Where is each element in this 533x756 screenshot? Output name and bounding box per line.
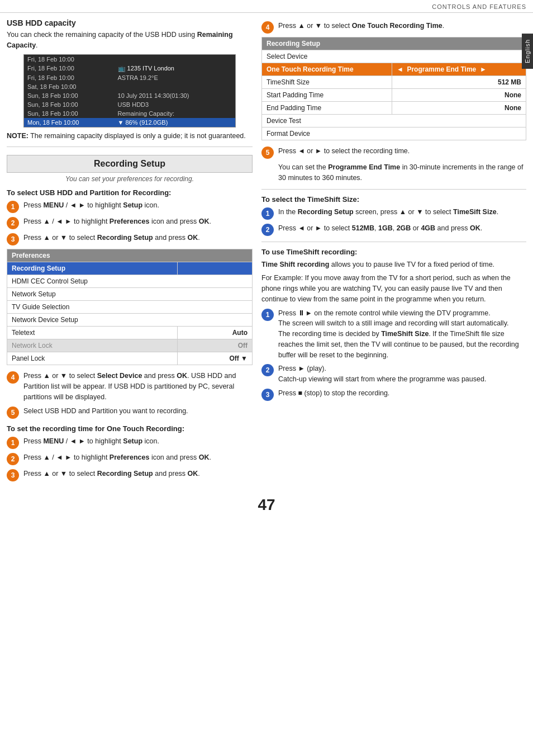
step-text-ts1: In the Recording Setup screen, press ▲ o… — [278, 207, 498, 218]
rec-devicetest: Device Test — [262, 115, 526, 127]
screenshot-row: Sun, 18 Feb 10:00 10 July 2011 14:30(01:… — [24, 91, 235, 100]
language-tab: English — [522, 34, 533, 69]
step-4-right: 4 Press ▲ or ▼ to select One Touch Recor… — [261, 21, 526, 34]
step-circle-2: 2 — [7, 217, 19, 229]
step-circle-tsu3: 3 — [261, 389, 274, 401]
rec-header-cell: Recording Setup — [262, 37, 526, 50]
step-circle-3: 3 — [7, 233, 19, 245]
usb-para: You can check the remaining capacity of … — [7, 30, 253, 51]
one-touch-heading: To set the recording time for One Touch … — [7, 424, 253, 433]
timeshift-size-section: To select the TimeShift Size: 1 In the R… — [261, 195, 526, 236]
pref-row-recording: Recording Setup — [7, 262, 253, 275]
screenshot-row-highlight: Mon, 18 Feb 10:00 ▼ 86% (912.0GB) — [24, 118, 235, 127]
usb-partition-heading: To select USB HDD and Partition for Reco… — [7, 188, 253, 197]
rec-select-device: Select Device — [262, 50, 526, 63]
rec-timeshift-label: TimeShift Size — [262, 76, 392, 89]
pref-row-panellock: Panel Lock Off ▼ — [7, 352, 253, 365]
rec-row-endpadding: End Padding Time None — [262, 102, 526, 115]
main-content: USB HDD capacity You can check the remai… — [0, 13, 533, 490]
page-number: 47 — [0, 490, 533, 519]
step-text-4-usb: Press ▲ or ▼ to select Select Device and… — [23, 371, 253, 402]
rec-row-startpadding: Start Padding Time None — [262, 89, 526, 102]
step-text-4-right: Press ▲ or ▼ to select One Touch Recordi… — [278, 21, 444, 31]
pref-recording-setup: Recording Setup — [7, 262, 178, 275]
step5-para: You can set the Programme End Time in 30… — [278, 162, 526, 183]
pref-row-netdevice: Network Device Setup — [7, 314, 253, 327]
right-column: 4 Press ▲ or ▼ to select One Touch Recor… — [261, 18, 526, 485]
step-circle-4-right: 4 — [261, 21, 274, 34]
step-text-ts2: Press ◄ or ► to select 512MB, 1GB, 2GB o… — [278, 223, 482, 234]
step-5-usb: 5 Select USB HDD and Partition you want … — [7, 406, 253, 419]
pref-row-network: Network Setup — [7, 288, 253, 301]
rec-row-devicetest: Device Test — [262, 115, 526, 127]
step-1-touch: 1 Press MENU / ◄ ► to highlight Setup ic… — [7, 436, 253, 449]
preferences-table: Preferences Recording Setup HDMI CEC Con… — [7, 249, 253, 365]
step-4-usb: 4 Press ▲ or ▼ to select Select Device a… — [7, 371, 253, 402]
step-3: 3 Press ▲ or ▼ to select Recording Setup… — [7, 233, 253, 245]
timeshift-use-step-3: 3 Press ■ (stop) to stop the recording. — [261, 388, 526, 401]
step-5-right: 5 Press ◄ or ► to select the recording t… — [261, 146, 526, 159]
pref-recording-setup-value — [178, 262, 253, 275]
step-circle-2-touch: 2 — [7, 453, 19, 465]
step-circle-5-usb: 5 — [7, 407, 19, 419]
timeshift-step-1: 1 In the Recording Setup screen, press ▲… — [261, 207, 526, 220]
step-circle-ts1: 1 — [261, 207, 274, 220]
step-circle-1: 1 — [7, 201, 19, 213]
rec-startpadding-value: None — [392, 89, 526, 102]
usb-section: USB HDD capacity You can check the remai… — [7, 18, 253, 141]
step-text-3: Press ▲ or ▼ to select Recording Setup a… — [23, 233, 200, 243]
rec-startpadding-label: Start Padding Time — [262, 89, 392, 102]
step-text-3-touch: Press ▲ or ▼ to select Recording Setup a… — [23, 469, 200, 479]
rec-formatdevice: Format Device — [262, 127, 526, 140]
timeshift-use-step-2: 2 Press ► (play). Catch-up viewing will … — [261, 363, 526, 385]
pref-network-setup: Network Setup — [7, 288, 253, 301]
pref-header-label: Preferences — [7, 249, 253, 262]
step-circle-tsu1: 1 — [261, 309, 274, 321]
screenshot-row: Sun, 18 Feb 10:00 Remaining Capacity: — [24, 109, 235, 118]
timeshift-use-step-1: 1 Press ⏸► on the remote control while v… — [261, 308, 526, 361]
recording-setup-heading: Recording Setup — [7, 155, 253, 173]
step-text-tsu3: Press ■ (stop) to stop the recording. — [278, 388, 389, 399]
rec-endpadding-value: None — [392, 102, 526, 115]
step-2-touch: 2 Press ▲ / ◄ ► to highlight Preferences… — [7, 452, 253, 465]
recording-setup-subtitle: You can set your preferences for recordi… — [7, 175, 253, 183]
rec-header-row: Recording Setup — [262, 37, 526, 50]
usb-title: USB HDD capacity — [7, 18, 253, 27]
step-text-2-touch: Press ▲ / ◄ ► to highlight Preferences i… — [23, 452, 211, 463]
pref-netlock: Network Lock — [7, 339, 178, 352]
step-1: 1 Press MENU / ◄ ► to highlight Setup ic… — [7, 200, 253, 213]
rec-timeshift-value: 512 MB — [392, 76, 526, 89]
timeshift-use-heading: To use TimeShift recording: — [261, 248, 526, 256]
step-text-tsu2: Press ► (play). Catch-up viewing will st… — [278, 363, 486, 385]
left-column: USB HDD capacity You can check the remai… — [7, 18, 253, 485]
pref-hdmi: HDMI CEC Control Setup — [7, 275, 253, 288]
step-text-1: Press MENU / ◄ ► to highlight Setup icon… — [23, 200, 159, 211]
step-text-1-touch: Press MENU / ◄ ► to highlight Setup icon… — [23, 436, 159, 447]
pref-header-row: Preferences — [7, 249, 253, 262]
step-circle-ts2: 2 — [261, 224, 274, 236]
pref-netlock-value: Off — [178, 339, 253, 352]
header-bar: CONTROLS AND FEATURES — [0, 0, 533, 13]
step-2: 2 Press ▲ / ◄ ► to highlight Preferences… — [7, 216, 253, 229]
step-3-touch: 3 Press ▲ or ▼ to select Recording Setup… — [7, 469, 253, 481]
one-touch-section: To set the recording time for One Touch … — [7, 424, 253, 481]
screenshot-row: Fri, 18 Feb 10:00 📺 1235 ITV London — [24, 64, 235, 73]
step-circle-5-right: 5 — [261, 147, 274, 159]
pref-row-tvguide: TV Guide Selection — [7, 301, 253, 314]
rec-setup-table: Recording Setup Select Device One Touch … — [261, 37, 526, 140]
pref-panellock-value: Off ▼ — [178, 352, 253, 365]
pref-teletext-value: Auto — [178, 327, 253, 339]
step-circle-4-usb: 4 — [7, 371, 19, 384]
step-text-2: Press ▲ / ◄ ► to highlight Preferences i… — [23, 216, 211, 227]
rec-row-formatdevice: Format Device — [262, 127, 526, 140]
pref-row-teletext: Teletext Auto — [7, 327, 253, 339]
rec-row-timeshift: TimeShift Size 512 MB — [262, 76, 526, 89]
step-circle-3-touch: 3 — [7, 469, 19, 481]
step-text-5-usb: Select USB HDD and Partition you want to… — [23, 406, 188, 417]
usb-note: NOTE: The remaining capacity displayed i… — [7, 131, 253, 141]
pref-row-netlockrow: Network Lock Off — [7, 339, 253, 352]
usb-partition-section: To select USB HDD and Partition for Reco… — [7, 188, 253, 418]
step-circle-tsu2: 2 — [261, 364, 274, 376]
timeshift-para1: Time Shift recording allows you to pause… — [261, 259, 526, 270]
screenshot-row: Fri, 18 Feb 10:00 ASTRA 19.2°E — [24, 73, 235, 82]
